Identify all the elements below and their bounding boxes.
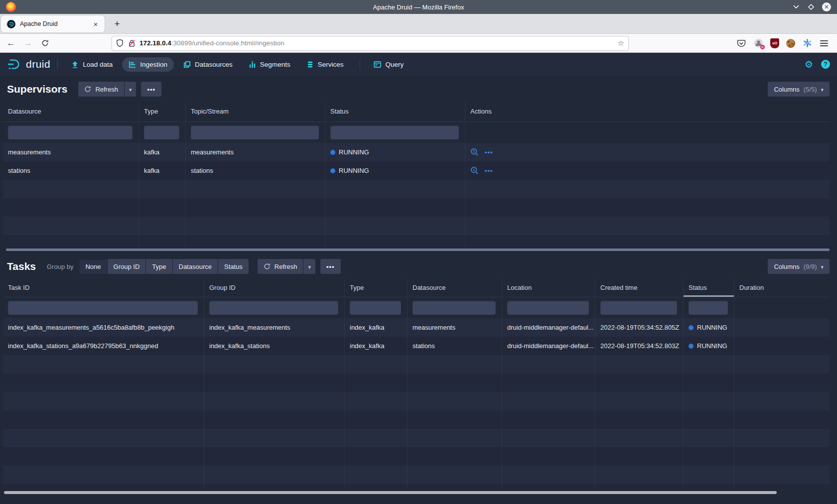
minimize-icon[interactable]	[792, 3, 800, 11]
task-row[interactable]: index_kafka_measurements_a5616c5ba8afb8b…	[3, 318, 830, 337]
close-window-icon[interactable]: ✕	[822, 2, 831, 11]
supervisor-row[interactable]: measurements kafka measurements RUNNING	[3, 143, 830, 161]
group-by-type-button[interactable]: Type	[146, 259, 172, 274]
cell-datasource: stations	[3, 161, 139, 180]
account-extension-icon[interactable]: ✕	[753, 38, 763, 48]
druid-logo[interactable]: druid	[7, 58, 50, 71]
filter-datasource-input[interactable]	[8, 126, 133, 139]
segments-icon	[249, 61, 256, 68]
filter-group-id-input[interactable]	[209, 301, 338, 315]
reload-button[interactable]	[38, 36, 52, 50]
cell-type: kafka	[139, 143, 186, 161]
new-tab-button[interactable]	[110, 16, 125, 31]
nav-load-data[interactable]: Load data	[65, 57, 119, 72]
cookie-extension-icon[interactable]	[786, 39, 795, 48]
settings-gear-icon[interactable]	[805, 59, 813, 70]
inspect-magnifier-icon[interactable]	[470, 148, 479, 156]
nav-services[interactable]: Services	[300, 57, 350, 72]
group-by-status-button[interactable]: Status	[218, 259, 249, 274]
tasks-refresh-interval-dropdown[interactable]	[303, 259, 315, 274]
bookmark-star-icon[interactable]	[618, 39, 624, 48]
filter-topic-input[interactable]	[191, 126, 319, 139]
row-actions-icon[interactable]	[485, 143, 493, 161]
supervisors-title: Supervisors	[7, 83, 67, 95]
back-button[interactable]	[4, 36, 18, 50]
cell-type: index_kafka	[345, 337, 408, 355]
cell-duration	[734, 318, 830, 337]
extension-asterisk-icon[interactable]	[802, 38, 812, 48]
brand-text: druid	[26, 58, 50, 70]
column-header-status-sorted[interactable]: Status	[684, 279, 734, 297]
tracking-shield-icon[interactable]	[116, 39, 124, 47]
filter-type-input[interactable]	[144, 126, 179, 139]
supervisors-columns-dropdown[interactable]: Columns (5/5)	[768, 82, 830, 97]
url-bar[interactable]: 172.18.0.4:30899/unified-console.html#in…	[112, 36, 629, 51]
cell-group-id: index_kafka_measurements	[204, 318, 345, 337]
druid-favicon-icon	[7, 20, 15, 28]
column-header-topic-stream[interactable]: Topic/Stream	[186, 102, 325, 122]
console-icon	[374, 61, 381, 68]
column-header-task-id[interactable]: Task ID	[3, 279, 204, 297]
column-header-status[interactable]: Status	[325, 102, 465, 122]
help-icon[interactable]	[821, 60, 830, 69]
column-header-actions: Actions	[465, 102, 830, 122]
close-tab-icon[interactable]	[91, 19, 101, 29]
group-by-group-id-button[interactable]: Group ID	[108, 259, 146, 274]
menu-icon[interactable]	[819, 38, 829, 48]
group-by-datasource-button[interactable]: Datasource	[173, 259, 218, 274]
datasources-icon	[183, 61, 191, 68]
supervisors-table: Datasource Type Topic/Stream Status Acti…	[3, 102, 830, 248]
supervisors-section: Supervisors Refresh Columns (5/5) Dataso…	[3, 76, 830, 251]
column-header-created-time[interactable]: Created time	[595, 279, 684, 297]
column-header-group-id[interactable]: Group ID	[204, 279, 345, 297]
tasks-refresh-button[interactable]: Refresh	[258, 259, 303, 274]
status-dot	[330, 168, 335, 173]
group-by-none-button[interactable]: None	[79, 259, 107, 274]
tasks-columns-dropdown[interactable]: Columns (9/9)	[768, 259, 830, 274]
filter-status-input[interactable]	[689, 301, 728, 315]
empty-row	[3, 355, 830, 374]
column-header-location[interactable]: Location	[502, 279, 595, 297]
divider	[57, 59, 58, 70]
filter-created-time-input[interactable]	[600, 301, 677, 315]
row-actions-icon[interactable]	[485, 161, 493, 180]
column-header-duration[interactable]: Duration	[734, 279, 830, 297]
supervisors-refresh-interval-dropdown[interactable]	[125, 82, 137, 97]
cell-status: RUNNING	[325, 143, 465, 161]
cell-type: index_kafka	[345, 318, 408, 337]
filter-type-input[interactable]	[350, 301, 401, 315]
column-header-datasource[interactable]: Datasource	[3, 102, 139, 122]
supervisors-refresh-button[interactable]: Refresh	[78, 82, 124, 97]
supervisors-more-button[interactable]	[141, 82, 161, 97]
supervisor-row[interactable]: stations kafka stations RUNNING	[3, 161, 830, 180]
filter-location-input[interactable]	[507, 301, 589, 315]
browser-toolbar: 172.18.0.4:30899/unified-console.html#in…	[0, 34, 837, 53]
column-header-datasource[interactable]: Datasource	[408, 279, 502, 297]
cell-type: kafka	[139, 161, 186, 180]
task-row[interactable]: index_kafka_stations_a9a679b22795b63_nnk…	[3, 337, 830, 355]
nav-datasources[interactable]: Datasources	[177, 57, 239, 72]
filter-datasource-input[interactable]	[413, 301, 496, 315]
nav-segments[interactable]: Segments	[242, 57, 297, 72]
browser-tab[interactable]: Apache Druid	[1, 15, 105, 32]
column-header-type[interactable]: Type	[345, 279, 408, 297]
filter-status-input[interactable]	[330, 126, 459, 139]
pocket-icon[interactable]	[736, 38, 746, 48]
column-header-type[interactable]: Type	[139, 102, 186, 122]
nav-ingestion[interactable]: Ingestion	[122, 57, 174, 72]
refresh-icon	[84, 86, 91, 93]
inspect-magnifier-icon[interactable]	[470, 166, 479, 175]
ublock-icon[interactable]: uO	[770, 38, 779, 48]
forward-button[interactable]	[21, 36, 35, 50]
maximize-icon[interactable]	[807, 3, 815, 11]
tasks-more-button[interactable]	[320, 259, 341, 274]
supervisors-horizontal-scrollbar[interactable]	[6, 249, 830, 251]
filter-task-id-input[interactable]	[8, 301, 198, 315]
cell-status: RUNNING	[684, 318, 734, 337]
insecure-lock-icon[interactable]	[128, 39, 136, 47]
empty-row	[3, 374, 830, 392]
cell-created-time: 2022-08-19T05:34:52.803Z	[595, 337, 684, 355]
nav-query[interactable]: Query	[367, 57, 410, 72]
cell-location: druid-middlemanager-defaul...	[502, 318, 595, 337]
tasks-horizontal-scrollbar[interactable]	[3, 491, 830, 494]
